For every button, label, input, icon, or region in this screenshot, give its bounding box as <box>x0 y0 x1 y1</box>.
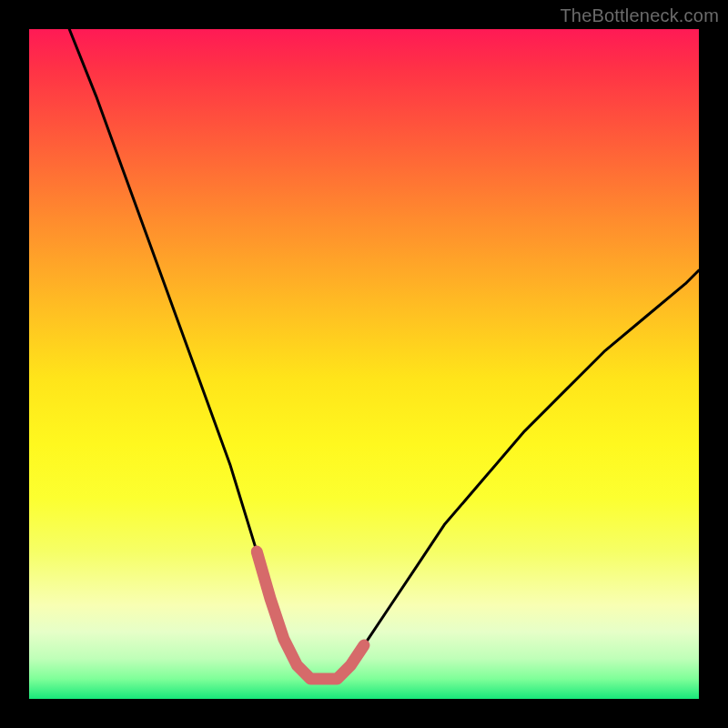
watermark-text: TheBottleneck.com <box>560 5 719 26</box>
bottleneck-curve <box>69 29 699 679</box>
chart-stage: TheBottleneck.com <box>0 0 728 728</box>
optimal-floor-highlight <box>257 551 364 679</box>
plot-area <box>29 29 699 699</box>
curve-layer <box>29 29 699 699</box>
